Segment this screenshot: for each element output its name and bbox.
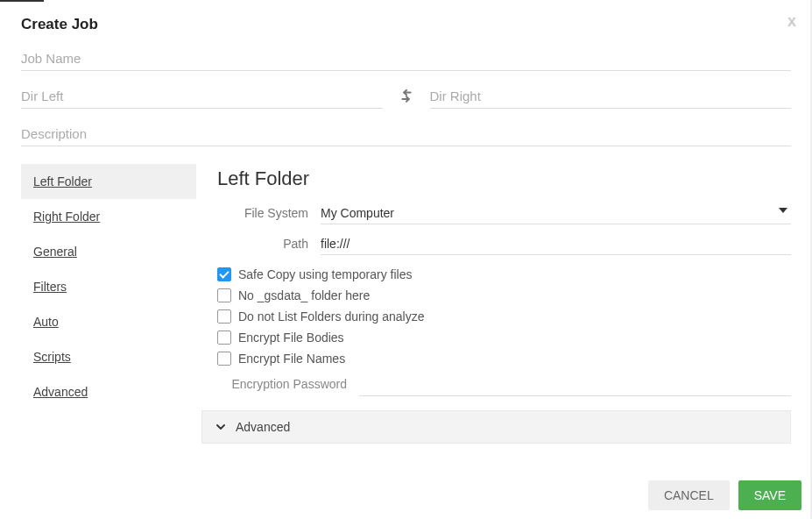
advanced-expander[interactable]: Advanced	[201, 410, 791, 444]
sidebar-item-left-folder[interactable]: Left Folder	[21, 164, 196, 199]
checkbox-no-list-folders[interactable]	[217, 309, 231, 323]
checkbox-no-gsdata[interactable]	[217, 288, 231, 302]
check-no-list-folders: Do not List Folders during analyze	[217, 309, 791, 323]
swap-arrows-icon[interactable]	[397, 89, 416, 109]
close-icon[interactable]: x	[787, 12, 796, 31]
encryption-password-field-wrap	[359, 376, 791, 396]
save-button[interactable]: SAVE	[738, 480, 801, 510]
file-system-select[interactable]: My Computer	[321, 206, 791, 224]
path-field-wrap	[321, 237, 791, 255]
sidebar-item-filters[interactable]: Filters	[21, 269, 196, 304]
dropdown-caret-icon	[779, 208, 787, 213]
panel-title: Left Folder	[217, 167, 791, 190]
dir-left-field-wrap	[21, 89, 383, 109]
sidebar-item-auto[interactable]: Auto	[21, 304, 196, 339]
path-input[interactable]	[321, 237, 791, 251]
check-label: Safe Copy using temporary files	[238, 267, 412, 281]
check-label: Do not List Folders during analyze	[238, 309, 424, 323]
dir-right-field-wrap	[430, 89, 792, 109]
check-encrypt-names: Encrypt File Names	[217, 352, 791, 366]
check-safe-copy: Safe Copy using temporary files	[217, 267, 791, 281]
checkbox-safe-copy[interactable]	[217, 267, 231, 281]
dir-right-input[interactable]	[430, 89, 792, 103]
check-encrypt-bodies: Encrypt File Bodies	[217, 331, 791, 345]
check-label: Encrypt File Bodies	[238, 331, 344, 345]
sidebar-item-advanced[interactable]: Advanced	[21, 374, 196, 409]
file-system-label: File System	[217, 206, 321, 220]
cancel-button[interactable]: CANCEL	[648, 480, 730, 510]
encryption-password-input[interactable]	[359, 377, 791, 391]
sidebar-item-general[interactable]: General	[21, 234, 196, 269]
left-folder-panel: Left Folder File System My Computer Path…	[217, 164, 791, 444]
checkbox-encrypt-bodies[interactable]	[217, 331, 231, 345]
path-label: Path	[217, 237, 321, 251]
check-label: No _gsdata_ folder here	[238, 288, 370, 302]
advanced-label: Advanced	[236, 420, 290, 434]
encryption-password-label: Encryption Password	[217, 377, 359, 391]
description-input[interactable]	[21, 126, 791, 141]
description-field-wrap	[21, 126, 791, 146]
sidebar-item-right-folder[interactable]: Right Folder	[21, 199, 196, 234]
sidebar: Left Folder Right Folder General Filters…	[21, 164, 196, 444]
sidebar-item-scripts[interactable]: Scripts	[21, 339, 196, 374]
check-label: Encrypt File Names	[238, 352, 345, 366]
options-checklist: Safe Copy using temporary files No _gsda…	[217, 267, 791, 366]
dialog-footer: CANCEL SAVE	[648, 480, 801, 510]
checkbox-encrypt-names[interactable]	[217, 352, 231, 366]
job-name-input[interactable]	[21, 51, 791, 66]
check-no-gsdata: No _gsdata_ folder here	[217, 288, 791, 302]
chevron-down-icon	[215, 421, 227, 433]
dialog-title: Create Job	[21, 16, 791, 33]
job-name-field-wrap	[21, 51, 791, 71]
dir-left-input[interactable]	[21, 89, 383, 103]
file-system-value: My Computer	[321, 206, 791, 220]
create-job-dialog: x Create Job Left Folder Rig	[0, 0, 812, 519]
